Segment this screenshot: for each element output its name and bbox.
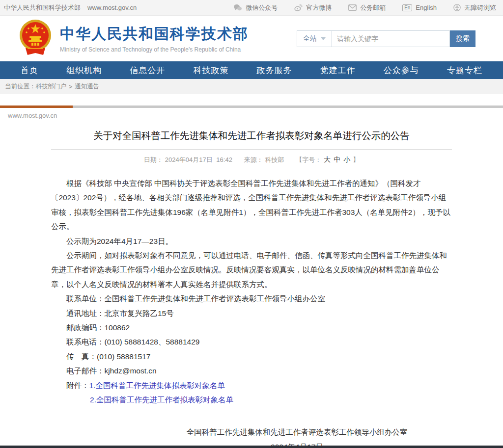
nav-item-special-topics[interactable]: 专题专栏 (447, 65, 482, 76)
meta-date-label: 日期： (144, 156, 163, 163)
paragraph: 公示期为2024年4月17—23日。 (51, 234, 452, 248)
nav-item-info-disclosure[interactable]: 信息公开 (130, 65, 165, 76)
search-scope-select[interactable]: 全站 (297, 30, 332, 47)
nav-item-organization[interactable]: 组织机构 (66, 65, 102, 76)
attachments-label: 附件： (66, 381, 89, 390)
breadcrumb-current: 通知通告 (75, 82, 99, 91)
meta-date: 2024年04月17日 (165, 156, 213, 163)
article-body: 根据《科技部 中央宣传部 中国科协关于评选表彰全国科普工作先进集体和先进工作者的… (51, 176, 452, 448)
paragraph: 公示期间，如对拟表彰对象有不同意见，可以通过电话、电子邮件、信函、传真等形式向全… (51, 248, 452, 291)
search-button[interactable]: 搜索 (450, 30, 475, 47)
nav-item-home[interactable]: 首页 (21, 65, 38, 76)
contact-address-line: 通讯地址：北京市复兴路乙15号 (51, 306, 452, 320)
nav-item-scitech-policy[interactable]: 科技政策 (193, 65, 228, 76)
ministry-name-en: Ministry of Science and Technology of th… (60, 46, 249, 53)
ministry-name-cn: 中华人民共和国科学技术部 (60, 24, 249, 44)
brand: 中华人民共和国科学技术部 Ministry of Science and Tec… (19, 19, 249, 59)
contact-postcode-line: 邮政编码：100862 (51, 320, 452, 335)
mail-label: 公务邮箱 (360, 3, 386, 12)
search-box: 全站 搜索 (297, 30, 475, 47)
contact-phone-line: 联系电话：(010) 58881428、58881429 (51, 335, 452, 349)
topbar-site-url: www.most.gov.cn (87, 4, 137, 11)
breadcrumb-separator: > (69, 83, 72, 90)
signature-block: 全国科普工作先进集体和先进工作者评选表彰工作领导小组办公室 2024年4月17日 (51, 425, 452, 448)
article-title: 关于对全国科普工作先进集体和先进工作者拟表彰对象名单进行公示的公告 (51, 129, 452, 142)
weibo-icon (294, 4, 303, 11)
article: 关于对全国科普工作先进集体和先进工作者拟表彰对象名单进行公示的公告 日期：202… (0, 129, 503, 448)
paragraph: 根据《科技部 中央宣传部 中国科协关于评选表彰全国科普工作先进集体和先进工作者的… (51, 176, 452, 234)
rule-orange-segment (0, 105, 73, 108)
en-icon: En (402, 4, 412, 11)
attachments-line-1: 附件：1.全国科普工作先进集体拟表彰对象名单 (51, 378, 452, 393)
breadcrumb-portal-link[interactable]: 科技部门户 (36, 82, 67, 91)
weibo-label: 官方微博 (306, 3, 332, 12)
nav-item-public-participation[interactable]: 公众参与 (384, 65, 419, 76)
contact-fax-line: 传 真：(010) 58881517 (51, 349, 452, 364)
wechat-label: 微信公众号 (246, 3, 278, 12)
meta-time: 16:42 (216, 156, 232, 163)
rule-grey-segment (73, 105, 503, 108)
topbar: 中华人民共和国科学技术部 www.most.gov.cn 微信公众号 官方微博 (0, 0, 503, 16)
english-link[interactable]: En English (402, 4, 437, 11)
mail-icon (348, 4, 357, 11)
font-size-small-button[interactable]: 小 (343, 156, 350, 163)
mail-link[interactable]: 公务邮箱 (348, 3, 386, 12)
meta-source-label: 来源： (244, 156, 263, 163)
article-meta: 日期：2024年04月17日 16:42 来源：科技部 【字号：大中小】 (51, 150, 452, 164)
wechat-icon (233, 4, 242, 11)
section-rule (0, 105, 503, 108)
search-input[interactable] (332, 30, 450, 47)
content-watermark: www.most.gov.cn (0, 108, 503, 119)
contact-email-line: 电子邮件：kjhdz@most.cn (51, 364, 452, 378)
page: 中华人民共和国科学技术部 www.most.gov.cn 微信公众号 官方微博 (0, 0, 503, 448)
meta-fontsize-prefix: 【字号： (296, 156, 321, 163)
search-scope-value: 全站 (303, 34, 317, 43)
accessibility-label: 无障碍浏览 (464, 3, 496, 12)
footer-top-edge (0, 446, 503, 448)
meta-source: 科技部 (265, 156, 284, 163)
font-size-large-button[interactable]: 大 (324, 156, 331, 163)
accessibility-link[interactable]: 无障碍浏览 (453, 3, 496, 12)
masthead: 中华人民共和国科学技术部 Ministry of Science and Tec… (0, 16, 503, 61)
contact-unit-line: 联系单位：全国科普工作先进集体和先进工作者评选表彰工作领导小组办公室 (51, 291, 452, 306)
accessibility-icon (453, 4, 461, 11)
main-nav: 首页 组织机构 信息公开 科技政策 政务服务 党建工作 公众参与 专题专栏 (0, 61, 503, 79)
weibo-link[interactable]: 官方微博 (294, 3, 332, 12)
english-label: English (416, 4, 437, 11)
chevron-down-icon (321, 37, 326, 40)
topbar-site-name: 中华人民共和国科学技术部 (4, 3, 81, 12)
nav-item-gov-services[interactable]: 政务服务 (257, 65, 292, 76)
attachment-link-2[interactable]: 2.全国科普工作先进工作者拟表彰对象名单 (90, 395, 233, 404)
meta-fontsize-suffix: 】 (353, 156, 359, 163)
attachment-link-1[interactable]: 1.全国科普工作先进集体拟表彰对象名单 (89, 381, 225, 390)
national-emblem-logo (19, 19, 52, 59)
nav-item-party-building[interactable]: 党建工作 (320, 65, 356, 76)
font-size-medium-button[interactable]: 中 (334, 156, 340, 163)
signature-org: 全国科普工作先进集体和先进工作者评选表彰工作领导小组办公室 (142, 425, 452, 440)
wechat-link[interactable]: 微信公众号 (233, 3, 278, 12)
attachments-line-2: 2.全国科普工作先进工作者拟表彰对象名单 (51, 393, 452, 407)
breadcrumb-label: 当前位置： (5, 82, 36, 91)
breadcrumb: 当前位置： 科技部门户 > 通知通告 (0, 79, 503, 94)
content-top-gap (0, 94, 503, 105)
